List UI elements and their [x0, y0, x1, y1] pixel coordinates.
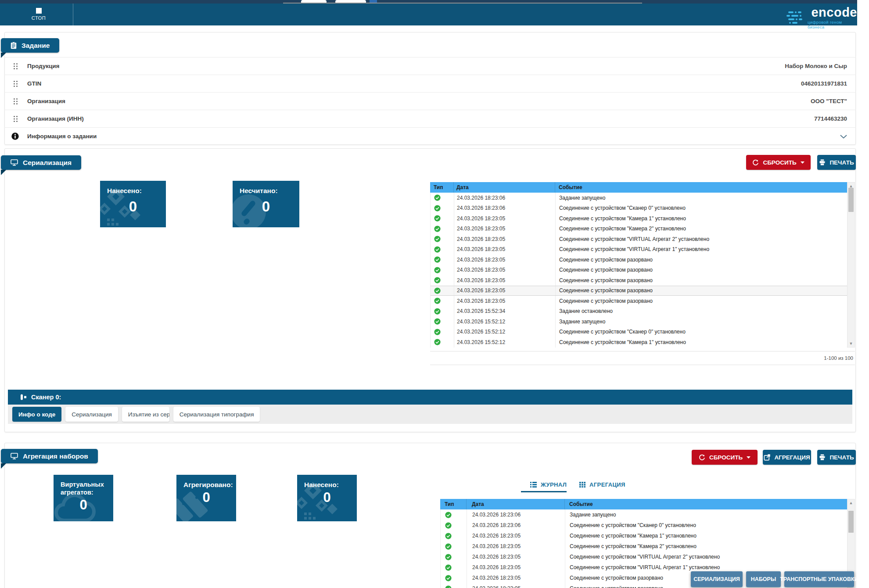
serialization-section-title: Сериализация — [23, 159, 72, 167]
serialization-log-row[interactable]: 24.03.2026 18:23:05 Соединение с устройс… — [431, 213, 847, 224]
serialization-print-button[interactable]: ПЕЧАТЬ — [817, 155, 856, 170]
task-row: Продукция Набор Молоко и Сыр — [4, 57, 856, 75]
column-event: Событие — [565, 499, 847, 509]
serialization-log-row[interactable]: 24.03.2026 18:23:06 Соединение с устройс… — [431, 203, 847, 214]
aggregation-log-row[interactable]: 24.03.2026 18:23:05 Соединение с устройс… — [441, 541, 847, 552]
log-event: Соединение с устройством разорвано — [556, 275, 847, 286]
check-circle-icon — [445, 564, 452, 571]
scanner-tab-label: Инфо о коде — [18, 411, 55, 418]
aggregation-reset-button[interactable]: СБРОСИТЬ — [692, 450, 758, 465]
scanner-tab[interactable]: Изъятие из сериализ — [122, 407, 169, 422]
log-date: 24.03.2026 18:23:05 — [467, 541, 565, 552]
log-date: 24.03.2026 18:23:06 — [467, 509, 565, 520]
counter-aggregated-value: 0 — [176, 490, 236, 506]
printer-icon — [819, 159, 826, 165]
aggregation-log-row[interactable]: 24.03.2026 18:23:05 Соединение с устройс… — [441, 531, 847, 541]
topbar-divider — [73, 4, 73, 25]
check-circle-icon — [445, 522, 452, 529]
aggregation-open-button[interactable]: АГРЕГАЦИЯ — [763, 450, 811, 465]
monitor-icon — [11, 453, 18, 459]
brand-tagline: цифровой геном бизнеса — [808, 20, 857, 29]
overlay-button-serialization[interactable]: СЕРИАЛИЗАЦИЯ — [691, 571, 743, 587]
scroll-down-icon[interactable]: ▼ — [847, 341, 855, 346]
caret-down-icon — [801, 161, 804, 164]
check-circle-icon — [434, 215, 441, 222]
overlay-button-transport-packages[interactable]: ТРАНСПОРТНЫЕ УПАКОВКИ — [784, 571, 854, 587]
check-circle-icon — [434, 267, 441, 273]
check-circle-icon — [434, 246, 441, 253]
refresh-icon — [699, 454, 705, 461]
counter-virtual-aggregates-value: 0 — [54, 497, 113, 513]
serialization-log-header: Тип Дата Событие — [430, 182, 847, 193]
drag-handle-icon[interactable] — [13, 63, 18, 70]
serialization-log-row[interactable]: 24.03.2026 18:23:05 Соединение с устройс… — [431, 234, 847, 244]
serialization-reset-label: СБРОСИТЬ — [763, 159, 796, 166]
log-event: Соединение с устройством "Камера 2" уста… — [556, 224, 847, 234]
scrollbar-thumb[interactable] — [848, 511, 854, 533]
log-date: 24.03.2026 18:23:05 — [454, 265, 556, 276]
tab-aggregation[interactable]: АГРЕГАЦИЯ — [579, 478, 625, 491]
column-type: Тип — [440, 499, 467, 509]
scroll-up-icon[interactable]: ▲ — [847, 500, 855, 506]
check-circle-icon — [434, 318, 441, 325]
printer-icon — [819, 454, 826, 460]
log-date: 24.03.2026 18:23:05 — [454, 213, 556, 224]
serialization-log-row[interactable]: 24.03.2026 18:23:06 Задание запущено — [431, 193, 847, 203]
serialization-log-row[interactable]: 24.03.2026 15:52:12 Соединение с устройс… — [431, 337, 847, 348]
active-tab-underline — [521, 491, 567, 492]
log-event: Соединение с устройством разорвано — [556, 255, 847, 265]
check-circle-icon — [434, 308, 441, 315]
serialization-log-row[interactable]: 24.03.2026 18:23:05 Соединение с устройс… — [431, 255, 847, 265]
drag-handle-icon[interactable] — [13, 80, 18, 87]
serialization-log-row[interactable]: 24.03.2026 15:52:12 Задание запущено — [431, 316, 847, 327]
serialization-log-row[interactable]: 24.03.2026 15:52:12 Соединение с устройс… — [431, 327, 847, 337]
drag-handle-icon[interactable] — [13, 115, 18, 122]
serialization-log-scrollbar[interactable]: ▲ ▼ — [847, 182, 855, 348]
task-row-value: 7714463230 — [814, 115, 847, 122]
log-date: 24.03.2026 18:23:05 — [467, 562, 565, 573]
log-date: 24.03.2026 18:23:05 — [454, 234, 556, 244]
stop-button[interactable]: СТОП — [24, 5, 53, 25]
drag-handle-icon[interactable] — [13, 98, 18, 105]
log-event: Задание запущено — [556, 316, 847, 327]
serialization-log-row[interactable]: 24.03.2026 18:23:05 Соединение с устройс… — [431, 296, 847, 306]
log-event: Соединение с устройством "Сканер 0" уста… — [556, 327, 847, 337]
tab-journal-label: ЖУРНАЛ — [541, 481, 567, 488]
serialization-log: 24.03.2026 18:23:06 Задание запущено 24.… — [430, 193, 847, 348]
counter-virtual-aggregates: Виртуальных агрегатов: 0 — [54, 475, 113, 521]
log-date: 24.03.2026 18:23:05 — [467, 573, 565, 583]
scanner-tab[interactable]: Сериализация — [65, 407, 118, 422]
serialization-log-row[interactable]: 24.03.2026 18:23:05 Соединение с устройс… — [431, 275, 847, 286]
overlay-button-sets[interactable]: НАБОРЫ — [746, 571, 781, 587]
serialization-log-row[interactable]: 24.03.2026 18:23:05 Соединение с устройс… — [431, 244, 847, 255]
check-circle-icon — [434, 287, 441, 294]
serialization-log-row[interactable]: 24.03.2026 18:23:05 Соединение с устройс… — [431, 286, 847, 296]
check-circle-icon — [434, 205, 441, 212]
check-circle-icon — [445, 554, 452, 560]
aggregation-log-row[interactable]: 24.03.2026 18:23:05 Соединение с устройс… — [441, 552, 847, 562]
log-date: 24.03.2026 18:23:05 — [467, 552, 565, 562]
aggregation-log-row[interactable]: 24.03.2026 18:23:06 Задание запущено — [441, 509, 847, 520]
aggregation-log-row[interactable]: 24.03.2026 18:23:06 Соединение с устройс… — [441, 520, 847, 531]
scanner-tab[interactable]: Сериализация типография — [173, 407, 260, 422]
check-circle-icon — [434, 256, 441, 263]
log-date: 24.03.2026 18:23:06 — [454, 193, 556, 203]
task-info-row[interactable]: Информация о задании — [4, 127, 856, 145]
task-row-value: Набор Молоко и Сыр — [785, 63, 847, 69]
encode-production-dashboard: СТОП encode цифровой геном бизнеса — [0, 0, 869, 588]
serialization-reset-button[interactable]: СБРОСИТЬ — [746, 155, 811, 170]
serialization-log-row[interactable]: 24.03.2026 18:23:05 Соединение с устройс… — [431, 265, 847, 276]
scanner-bar: Сканер 0: — [8, 390, 852, 405]
task-section-header: Задание — [1, 38, 59, 53]
log-event: Задание остановлено — [556, 306, 847, 317]
scanner-tab[interactable]: Инфо о коде — [12, 407, 61, 422]
task-row-label: Продукция — [27, 63, 60, 69]
log-date: 24.03.2026 18:23:06 — [454, 203, 556, 214]
tab-journal[interactable]: ЖУРНАЛ — [530, 478, 567, 491]
scrollbar-thumb[interactable] — [848, 188, 854, 212]
aggregation-print-button[interactable]: ПЕЧАТЬ — [817, 450, 856, 465]
scanner-tabs: Инфо о коде Сериализация Изъятие из сери… — [8, 405, 852, 424]
chevron-down-icon[interactable] — [840, 135, 847, 139]
serialization-log-row[interactable]: 24.03.2026 15:52:34 Задание остановлено — [431, 306, 847, 317]
serialization-log-row[interactable]: 24.03.2026 18:23:05 Соединение с устройс… — [431, 224, 847, 234]
